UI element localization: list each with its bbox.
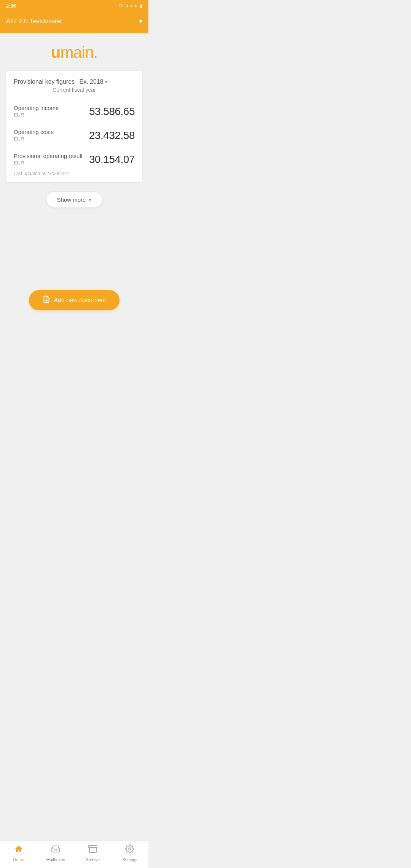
card-header: Provisional key figures Ex. 2018 ▾ <box>14 78 135 85</box>
header-dropdown-icon[interactable]: ▾ <box>139 17 142 26</box>
operating-costs-value: 23.432,58 <box>89 129 135 142</box>
show-more-wrap: Show more ▾ <box>0 191 148 208</box>
add-doc-wrap: Add new document <box>0 290 148 310</box>
operating-result-label-wrap: Provisional operating result EUR <box>14 153 83 166</box>
shield-icon: 🛡 <box>119 3 123 8</box>
operating-income-value: 53.586,65 <box>89 105 135 118</box>
last-updated-text: Last updated at 23/09/2021 <box>14 171 135 176</box>
operating-income-currency: EUR <box>14 112 59 118</box>
operating-result-value: 30.154,07 <box>89 153 135 166</box>
key-figures-card: Provisional key figures Ex. 2018 ▾ Curre… <box>6 71 142 182</box>
logo-area: umain. <box>0 33 148 71</box>
card-header-spacing <box>76 78 78 85</box>
operating-result-label: Provisional operating result <box>14 153 83 159</box>
card-divider <box>14 99 135 99</box>
divider-2 <box>14 147 135 147</box>
card-title: Provisional key figures <box>14 78 75 85</box>
year-chevron-icon: ▾ <box>105 79 107 85</box>
app-header: AIR 2.0 Testdossier ▾ <box>0 11 148 33</box>
show-more-chevron-icon: ▾ <box>89 197 91 203</box>
add-doc-label: Add new document <box>54 297 106 304</box>
operating-result-row: Provisional operating result EUR 30.154,… <box>14 153 135 166</box>
divider-1 <box>14 123 135 123</box>
app-logo: umain. <box>51 43 97 62</box>
status-time: 2:36 <box>6 3 16 9</box>
battery-icon: ▮ <box>140 3 142 8</box>
operating-income-label: Operating income <box>14 105 59 111</box>
year-label: Ex. 2018 <box>80 78 104 85</box>
operating-costs-row: Operating costs EUR 23.432,58 <box>14 129 135 142</box>
operating-costs-label-wrap: Operating costs EUR <box>14 129 54 142</box>
add-doc-icon <box>43 295 50 305</box>
operating-costs-currency: EUR <box>14 136 54 142</box>
add-new-document-button[interactable]: Add new document <box>29 290 120 310</box>
show-more-label: Show more <box>57 196 86 203</box>
spacer <box>0 214 148 290</box>
header-title: AIR 2.0 Testdossier <box>6 18 62 25</box>
signal-icon: ▲▲▲ <box>125 3 138 8</box>
operating-result-currency: EUR <box>14 160 83 166</box>
status-bar: 2:36 🛡 ▲▲▲ ▮ <box>0 0 148 11</box>
show-more-button[interactable]: Show more ▾ <box>46 191 103 208</box>
operating-costs-label: Operating costs <box>14 129 54 135</box>
year-selector[interactable]: Ex. 2018 ▾ <box>80 78 107 85</box>
status-icons: 🛡 ▲▲▲ ▮ <box>119 3 142 8</box>
operating-income-row: Operating income EUR 53.586,65 <box>14 105 135 118</box>
card-subtitle: Current fiscal year <box>14 87 135 93</box>
operating-income-label-wrap: Operating income EUR <box>14 105 59 118</box>
